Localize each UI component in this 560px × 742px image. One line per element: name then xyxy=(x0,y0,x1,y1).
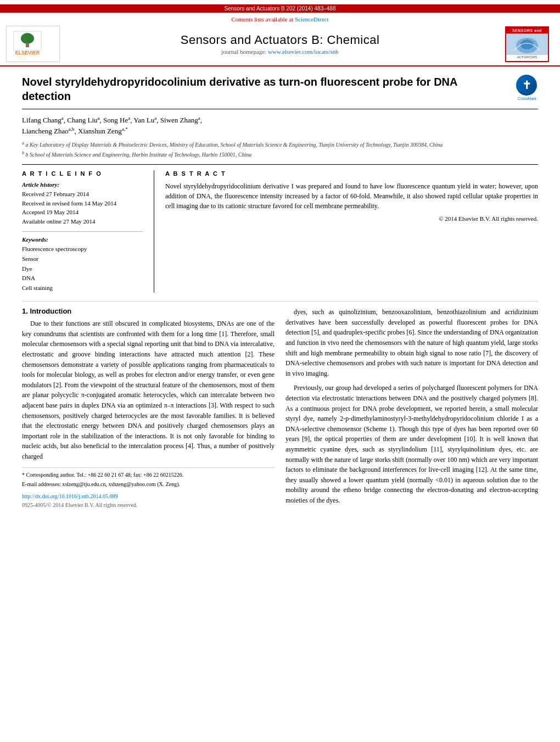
journal-top-bar: Contents lists available at ScienceDirec… xyxy=(0,16,560,23)
abstract-col: A B S T R A C T Novel styryldehydropyrid… xyxy=(154,170,538,293)
sensors-logo-image xyxy=(506,34,548,54)
contents-label: Contents lists available at xyxy=(231,16,293,23)
paper-content: Novel styryldehydropyridocolinium deriva… xyxy=(0,66,560,518)
body-left-col: 1. Introduction Due to their functions a… xyxy=(22,307,275,510)
journal-homepage: journal homepage: www.elsevier.com/locat… xyxy=(60,48,500,55)
accepted-date: Accepted 19 May 2014 xyxy=(22,208,143,217)
sensors-logo: SENSORS and ACTUATORS xyxy=(505,26,549,62)
intro-para-2: dyes, such as quinolizinium, benzooxazol… xyxy=(285,307,538,378)
svg-point-1 xyxy=(21,33,34,44)
revised-date: Received in revised form 14 May 2014 xyxy=(22,199,143,208)
sensors-logo-top: SENSORS and xyxy=(506,27,548,34)
paper-title-section: Novel styryldehydropyridocolinium deriva… xyxy=(22,75,538,109)
journal-homepage-link[interactable]: www.elsevier.com/locate/snb xyxy=(268,48,339,55)
svg-text:ELSEVIER: ELSEVIER xyxy=(15,50,40,55)
sensors-logo-graphic xyxy=(506,34,548,54)
keywords-section: Keywords: Fluorescence spectroscopy Sens… xyxy=(22,236,143,293)
article-info-col: A R T I C L E I N F O Article history: R… xyxy=(22,170,143,293)
affiliation-a: a a Key Laboratory of Display Materials … xyxy=(22,140,538,149)
paper-title: Novel styryldehydropyridocolinium deriva… xyxy=(22,75,516,103)
journal-cite-bar: Sensors and Actuators B 202 (2014) 483–4… xyxy=(0,4,560,13)
doi-link[interactable]: http://dx.doi.org/10.1016/j.snb.2014.05.… xyxy=(22,493,118,499)
footnote-section: * Corresponding author. Tel.: +86 22 60 … xyxy=(22,467,275,488)
keyword-5: Cell staining xyxy=(22,283,143,293)
intro-para-3: Previously, our group had developed a se… xyxy=(285,383,538,505)
keywords-title: Keywords: xyxy=(22,236,143,243)
crossmark-label: CrossMark xyxy=(516,97,538,101)
received-date: Received 27 February 2014 xyxy=(22,189,143,199)
intro-text-left: Due to their functions are still obscure… xyxy=(22,319,275,461)
sensors-logo-box: SENSORS and ACTUATORS xyxy=(500,25,555,63)
article-history: Article history: Received 27 February 20… xyxy=(22,181,143,226)
copyright-line: © 2014 Elsevier B.V. All rights reserved… xyxy=(165,215,538,222)
journal-header-inner: ELSEVIER Sensors and Actuators B: Chemic… xyxy=(0,25,560,63)
crossmark-badge: ✝ CrossMark xyxy=(516,75,538,97)
journal-header: Sensors and Actuators B 202 (2014) 483–4… xyxy=(0,0,560,66)
elsevier-logo-svg: ELSEVIER xyxy=(11,29,55,57)
page-wrapper: Sensors and Actuators B 202 (2014) 483–4… xyxy=(0,0,560,742)
journal-citation: Sensors and Actuators B 202 (2014) 483–4… xyxy=(225,5,336,12)
affiliation-b: b b School of Materials Science and Engi… xyxy=(22,150,538,159)
keyword-2: Sensor xyxy=(22,254,143,264)
section1-title: 1. Introduction xyxy=(22,307,275,315)
journal-title: Sensors and Actuators B: Chemical xyxy=(60,33,500,47)
article-history-title: Article history: xyxy=(22,181,143,188)
keyword-3: Dye xyxy=(22,264,143,274)
elsevier-logo: ELSEVIER xyxy=(5,27,60,60)
doi-section: http://dx.doi.org/10.1016/j.snb.2014.05.… xyxy=(22,492,275,509)
abstract-text: Novel styryldehydropyridocolinium deriva… xyxy=(165,181,538,211)
body-two-col: 1. Introduction Due to their functions a… xyxy=(22,301,538,510)
footnote-email: E-mail addresses: xslzeng@tju.edu.cn, xs… xyxy=(22,481,275,488)
svg-point-6 xyxy=(520,40,534,49)
svg-rect-2 xyxy=(26,43,29,47)
intro-para-1: Due to their functions are still obscure… xyxy=(22,319,275,461)
body-right-col: dyes, such as quinolizinium, benzooxazol… xyxy=(285,307,538,510)
affiliations: a a Key Laboratory of Display Materials … xyxy=(22,140,538,159)
issn-line: 0925-4005/© 2014 Elsevier B.V. All right… xyxy=(22,502,137,508)
article-info-header: A R T I C L E I N F O xyxy=(22,170,143,177)
keyword-4: DNA xyxy=(22,274,143,283)
keyword-1: Fluorescence spectroscopy xyxy=(22,244,143,254)
article-info-abstract-section: A R T I C L E I N F O Article history: R… xyxy=(22,164,538,293)
divider-1 xyxy=(22,231,143,232)
footnote-corresponding: * Corresponding author. Tel.: +86 22 60 … xyxy=(22,471,275,479)
abstract-header: A B S T R A C T xyxy=(165,170,538,177)
authors-line: Lifang Changa, Chang Liua, Song Hea, Yan… xyxy=(22,115,538,137)
sciencedirect-link[interactable]: ScienceDirect xyxy=(295,16,329,23)
journal-title-center: Sensors and Actuators B: Chemical journa… xyxy=(60,33,500,55)
intro-text-right: dyes, such as quinolizinium, benzooxazol… xyxy=(285,307,538,505)
crossmark-circle: ✝ xyxy=(516,75,537,96)
sensors-logo-bottom: ACTUATORS xyxy=(506,54,548,59)
available-date: Available online 27 May 2014 xyxy=(22,217,143,226)
